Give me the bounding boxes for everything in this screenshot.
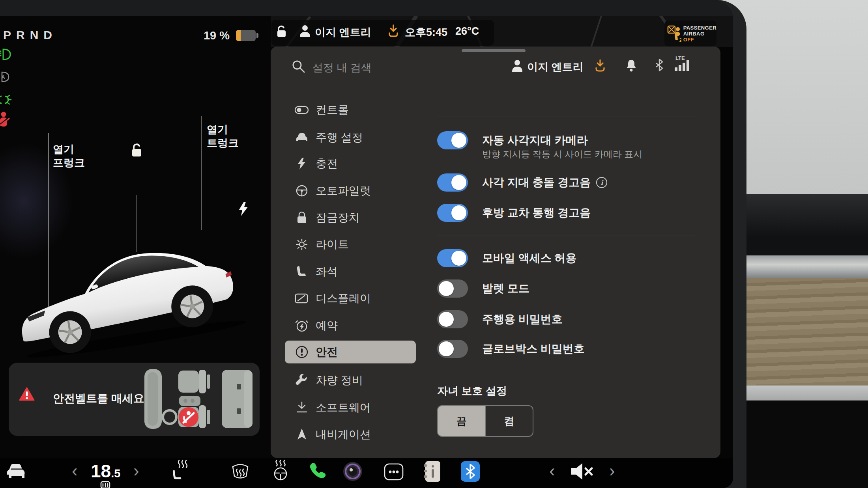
setting-label: 자동 사각지대 카메라: [482, 133, 588, 148]
gear-indicator: PRND: [3, 28, 57, 42]
glovebox-pin-toggle[interactable]: [437, 340, 468, 358]
setting-label: 모바일 액세스 허용: [482, 251, 577, 266]
sidebar-item-autopilot[interactable]: 오토파일럿: [285, 179, 416, 202]
windshield-background: [726, 0, 868, 194]
car-status-panel: PRND 19 % A: [0, 16, 271, 458]
sidebar-item-seats[interactable]: 좌석: [285, 260, 416, 283]
seatbelt-warning-telltale-icon: [0, 111, 11, 128]
child-protection-segmented-control: 끔 켬: [437, 405, 533, 437]
sidebar-item-navigation[interactable]: 내비게이션: [285, 423, 416, 446]
temp-increase-chevron[interactable]: ›: [133, 462, 139, 479]
account-icon: [511, 59, 523, 72]
auto-blindspot-camera-toggle[interactable]: [437, 131, 468, 149]
sidebar-item-charging[interactable]: 충전: [285, 152, 416, 175]
sidebar-item-controls[interactable]: 컨트롤: [285, 99, 416, 121]
photo-of-tesla-screen: PRND 19 % A: [0, 0, 868, 488]
setting-label: 사각 지대 충돌 경고음: [482, 175, 591, 190]
unlocked-icon: [130, 143, 143, 158]
drag-handle[interactable]: [462, 49, 526, 52]
dash-wood-trim: [726, 278, 868, 386]
outside-temperature: 26°C: [455, 25, 479, 37]
setting-row-rear-cross-traffic: 후방 교차 통행 경고음: [437, 204, 591, 222]
settings-search-input[interactable]: 설정 내 검색: [312, 61, 372, 75]
windshield-defrost-icon[interactable]: [230, 460, 251, 482]
sidebar-item-lights[interactable]: 라이트: [285, 233, 416, 256]
clock: 오후5:45: [405, 25, 447, 39]
cell-signal-icon: [674, 59, 692, 72]
unlocked-status-icon[interactable]: [275, 24, 287, 39]
setting-row-mobile-access: 모바일 액세스 허용: [437, 249, 577, 267]
sidebar-item-service[interactable]: 차량 정비: [285, 369, 416, 392]
sidebar-item-locks[interactable]: 잠금장치: [285, 206, 416, 229]
setting-label: 글로브박스 비밀번호: [482, 341, 585, 356]
position-lamp-icon: [0, 93, 13, 106]
sidebar-item-display[interactable]: 디스플레이: [285, 287, 416, 310]
volume-muted-icon[interactable]: [571, 462, 594, 481]
bluetooth-app-icon[interactable]: [460, 460, 481, 482]
driver-profile-name[interactable]: 이지 엔트리: [315, 25, 371, 39]
svg-text:2: 2: [679, 36, 681, 43]
seat-heater-icon[interactable]: [169, 460, 190, 482]
battery-icon: [236, 30, 256, 41]
sidebar-item-driving[interactable]: 주행 설정: [285, 126, 416, 149]
open-trunk-button[interactable]: 열기 트렁크: [207, 123, 239, 150]
cabin-seat-diagram: [144, 369, 254, 429]
car-controls-icon[interactable]: [6, 460, 28, 482]
section-divider: [437, 235, 695, 235]
more-apps-icon[interactable]: [383, 463, 404, 481]
bluetooth-status-icon[interactable]: [654, 58, 665, 72]
media-next-chevron[interactable]: ›: [609, 462, 615, 479]
airbag-badge-line1: PASSENGER: [683, 25, 716, 31]
media-previous-chevron[interactable]: ‹: [549, 462, 555, 479]
svg-text:A: A: [1, 74, 5, 80]
calendar-app-icon[interactable]: [423, 460, 442, 482]
cabin-temperature[interactable]: 18.5: [91, 460, 120, 482]
sidebar-item-scheduling[interactable]: 예약: [285, 314, 416, 337]
sidebar-item-software[interactable]: 소프트웨어: [285, 396, 416, 419]
battery-icon-nub: [256, 33, 258, 38]
pin-to-drive-toggle[interactable]: [437, 310, 468, 328]
setting-row-pin-to-drive: 주행용 비밀번호: [437, 310, 563, 328]
seatbelt-warning-card: 안전벨트를 매세요: [9, 363, 260, 436]
child-protection-off-button[interactable]: 끔: [438, 406, 485, 436]
auto-headlight-icon: A: [0, 71, 11, 83]
rear-cross-traffic-chime-toggle[interactable]: [437, 204, 468, 222]
airbag-badge-state: OFF: [683, 37, 694, 43]
settings-panel: 설정 내 검색 이지 엔트리 LTE: [271, 47, 720, 458]
steering-wheel-heater-icon[interactable]: [270, 460, 291, 482]
setting-label: 발렛 모드: [482, 281, 529, 296]
sidebar-item-safety[interactable]: 안전: [285, 341, 416, 363]
passenger-airbag-badge: 2 PASSENGER AIRBAG OFF: [664, 20, 716, 47]
software-download-status-icon[interactable]: [387, 24, 399, 38]
warning-triangle-icon: [19, 387, 35, 401]
info-icon[interactable]: i: [596, 177, 607, 188]
download-status-icon[interactable]: [594, 59, 606, 73]
child-protection-label: 자녀 보호 설정: [437, 384, 507, 398]
valet-mode-toggle[interactable]: [437, 279, 468, 298]
child-protection-on-button[interactable]: 켬: [485, 406, 533, 436]
notifications-bell-icon[interactable]: [625, 58, 638, 73]
setting-row-blindspot-chime: 사각 지대 충돌 경고음 i: [437, 173, 607, 192]
search-icon: [291, 59, 306, 74]
unbuckled-seat-badge: [179, 407, 198, 427]
temp-decrease-chevron[interactable]: ‹: [72, 462, 78, 479]
setting-row-valet-mode: 발렛 모드: [437, 279, 529, 298]
phone-app-icon[interactable]: [306, 461, 327, 482]
setting-row-auto-blindspot-camera: 자동 사각지대 카메라: [437, 131, 588, 149]
airbag-off-icon: 2: [667, 24, 681, 43]
open-frunk-button[interactable]: 열기 프렁크: [53, 143, 85, 169]
setting-label: 주행용 비밀번호: [482, 312, 563, 327]
setting-label: 후방 교차 통행 경고음: [482, 205, 591, 220]
airbag-badge-line2: AIRBAG: [683, 31, 705, 37]
driver-profile-icon: [299, 24, 311, 37]
mobile-access-toggle[interactable]: [437, 249, 468, 267]
cabin-camera-app-icon[interactable]: [342, 460, 364, 482]
account-name[interactable]: 이지 엔트리: [527, 60, 584, 74]
dash-trim-upper: [726, 255, 868, 278]
touchscreen: PRND 19 % A: [0, 0, 733, 488]
section-divider: [437, 117, 695, 117]
top-bezel-strip: [0, 0, 733, 16]
setting-subtitle: 방향 지시등 작동 시 사이드 카메라 표시: [482, 148, 642, 160]
charge-port-bolt-icon[interactable]: [238, 202, 249, 216]
blindspot-collision-chime-toggle[interactable]: [437, 173, 468, 192]
